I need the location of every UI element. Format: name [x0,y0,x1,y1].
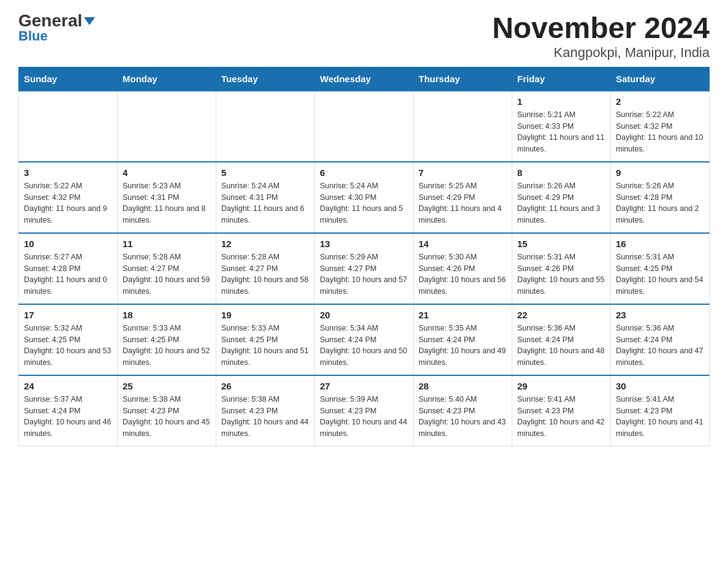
day-number: 9 [616,167,704,178]
calendar-cell [414,91,512,162]
day-info: Sunrise: 5:22 AM Sunset: 4:32 PM Dayligh… [616,109,704,155]
day-number: 21 [419,310,507,320]
calendar-cell [315,91,414,162]
day-info: Sunrise: 5:21 AM Sunset: 4:33 PM Dayligh… [517,109,605,155]
calendar-cell: 25Sunrise: 5:38 AM Sunset: 4:23 PM Dayli… [118,375,216,446]
calendar-week-3: 10Sunrise: 5:27 AM Sunset: 4:28 PM Dayli… [19,233,710,304]
calendar-title: November 2024 [492,12,710,45]
day-info: Sunrise: 5:33 AM Sunset: 4:25 PM Dayligh… [221,323,309,369]
calendar-cell: 21Sunrise: 5:35 AM Sunset: 4:24 PM Dayli… [414,304,512,375]
header-sunday: Sunday [19,67,118,91]
day-number: 28 [419,381,507,391]
day-number: 11 [123,239,211,249]
day-number: 2 [616,96,704,107]
day-number: 15 [517,239,605,249]
calendar-cell: 14Sunrise: 5:30 AM Sunset: 4:26 PM Dayli… [414,233,512,304]
logo-triangle-icon [84,17,95,25]
calendar-body: 1Sunrise: 5:21 AM Sunset: 4:33 PM Daylig… [19,91,710,446]
day-number: 10 [24,239,112,249]
calendar-cell [118,91,216,162]
header-wednesday: Wednesday [315,67,414,91]
day-info: Sunrise: 5:40 AM Sunset: 4:23 PM Dayligh… [419,394,507,440]
day-number: 25 [123,381,211,391]
calendar-cell: 11Sunrise: 5:28 AM Sunset: 4:27 PM Dayli… [118,233,216,304]
calendar-cell: 6Sunrise: 5:24 AM Sunset: 4:30 PM Daylig… [315,162,414,233]
day-info: Sunrise: 5:25 AM Sunset: 4:29 PM Dayligh… [419,180,507,226]
calendar-cell: 10Sunrise: 5:27 AM Sunset: 4:28 PM Dayli… [19,233,118,304]
calendar-cell: 3Sunrise: 5:22 AM Sunset: 4:32 PM Daylig… [19,162,118,233]
calendar-cell: 22Sunrise: 5:36 AM Sunset: 4:24 PM Dayli… [512,304,611,375]
day-number: 12 [221,239,309,249]
calendar-cell: 30Sunrise: 5:41 AM Sunset: 4:23 PM Dayli… [611,375,710,446]
calendar-cell: 7Sunrise: 5:25 AM Sunset: 4:29 PM Daylig… [414,162,512,233]
calendar-cell: 2Sunrise: 5:22 AM Sunset: 4:32 PM Daylig… [611,91,710,162]
day-info: Sunrise: 5:29 AM Sunset: 4:27 PM Dayligh… [320,251,408,297]
day-info: Sunrise: 5:36 AM Sunset: 4:24 PM Dayligh… [616,323,704,369]
day-info: Sunrise: 5:30 AM Sunset: 4:26 PM Dayligh… [419,251,507,297]
day-info: Sunrise: 5:33 AM Sunset: 4:25 PM Dayligh… [123,323,211,369]
calendar-cell: 17Sunrise: 5:32 AM Sunset: 4:25 PM Dayli… [19,304,118,375]
day-number: 16 [616,239,704,249]
header-thursday: Thursday [414,67,512,91]
header-friday: Friday [512,67,611,91]
day-number: 19 [221,310,309,320]
day-number: 22 [517,310,605,320]
calendar-cell: 8Sunrise: 5:26 AM Sunset: 4:29 PM Daylig… [512,162,611,233]
calendar-cell: 1Sunrise: 5:21 AM Sunset: 4:33 PM Daylig… [512,91,611,162]
calendar-cell: 28Sunrise: 5:40 AM Sunset: 4:23 PM Dayli… [414,375,512,446]
day-number: 6 [320,167,408,178]
calendar-cell: 5Sunrise: 5:24 AM Sunset: 4:31 PM Daylig… [216,162,315,233]
title-block: November 2024 Kangpokpi, Manipur, India [492,12,710,61]
day-info: Sunrise: 5:36 AM Sunset: 4:24 PM Dayligh… [517,323,605,369]
calendar-cell: 27Sunrise: 5:39 AM Sunset: 4:23 PM Dayli… [315,375,414,446]
day-info: Sunrise: 5:38 AM Sunset: 4:23 PM Dayligh… [221,394,309,440]
day-info: Sunrise: 5:28 AM Sunset: 4:27 PM Dayligh… [221,251,309,297]
day-info: Sunrise: 5:28 AM Sunset: 4:27 PM Dayligh… [123,251,211,297]
day-number: 1 [517,96,605,107]
calendar-cell: 16Sunrise: 5:31 AM Sunset: 4:25 PM Dayli… [611,233,710,304]
header-monday: Monday [118,67,216,91]
calendar-cell: 18Sunrise: 5:33 AM Sunset: 4:25 PM Dayli… [118,304,216,375]
calendar-cell: 19Sunrise: 5:33 AM Sunset: 4:25 PM Dayli… [216,304,315,375]
day-info: Sunrise: 5:39 AM Sunset: 4:23 PM Dayligh… [320,394,408,440]
calendar-header: SundayMondayTuesdayWednesdayThursdayFrid… [19,67,710,91]
page-header: General Blue November 2024 Kangpokpi, Ma… [18,12,710,61]
calendar-cell: 9Sunrise: 5:26 AM Sunset: 4:28 PM Daylig… [611,162,710,233]
day-info: Sunrise: 5:41 AM Sunset: 4:23 PM Dayligh… [517,394,605,440]
calendar-week-4: 17Sunrise: 5:32 AM Sunset: 4:25 PM Dayli… [19,304,710,375]
header-tuesday: Tuesday [216,67,315,91]
day-info: Sunrise: 5:34 AM Sunset: 4:24 PM Dayligh… [320,323,408,369]
day-info: Sunrise: 5:31 AM Sunset: 4:26 PM Dayligh… [517,251,605,297]
day-number: 26 [221,381,309,391]
day-info: Sunrise: 5:26 AM Sunset: 4:29 PM Dayligh… [517,180,605,226]
day-number: 27 [320,381,408,391]
day-number: 5 [221,167,309,178]
calendar-week-5: 24Sunrise: 5:37 AM Sunset: 4:24 PM Dayli… [19,375,710,446]
day-number: 7 [419,167,507,178]
logo: General Blue [18,12,95,44]
calendar-week-2: 3Sunrise: 5:22 AM Sunset: 4:32 PM Daylig… [19,162,710,233]
header-saturday: Saturday [611,67,710,91]
day-number: 20 [320,310,408,320]
calendar-cell: 23Sunrise: 5:36 AM Sunset: 4:24 PM Dayli… [611,304,710,375]
day-info: Sunrise: 5:37 AM Sunset: 4:24 PM Dayligh… [24,394,112,440]
calendar-cell: 15Sunrise: 5:31 AM Sunset: 4:26 PM Dayli… [512,233,611,304]
day-number: 14 [419,239,507,249]
day-info: Sunrise: 5:32 AM Sunset: 4:25 PM Dayligh… [24,323,112,369]
day-info: Sunrise: 5:41 AM Sunset: 4:23 PM Dayligh… [616,394,704,440]
day-info: Sunrise: 5:38 AM Sunset: 4:23 PM Dayligh… [123,394,211,440]
header-row: SundayMondayTuesdayWednesdayThursdayFrid… [19,67,710,91]
day-info: Sunrise: 5:31 AM Sunset: 4:25 PM Dayligh… [616,251,704,297]
day-number: 3 [24,167,112,178]
calendar-week-1: 1Sunrise: 5:21 AM Sunset: 4:33 PM Daylig… [19,91,710,162]
calendar-cell: 4Sunrise: 5:23 AM Sunset: 4:31 PM Daylig… [118,162,216,233]
day-number: 23 [616,310,704,320]
day-info: Sunrise: 5:26 AM Sunset: 4:28 PM Dayligh… [616,180,704,226]
day-info: Sunrise: 5:22 AM Sunset: 4:32 PM Dayligh… [24,180,112,226]
calendar-cell: 13Sunrise: 5:29 AM Sunset: 4:27 PM Dayli… [315,233,414,304]
calendar-cell: 24Sunrise: 5:37 AM Sunset: 4:24 PM Dayli… [19,375,118,446]
logo-general: General [18,12,95,29]
calendar-cell: 20Sunrise: 5:34 AM Sunset: 4:24 PM Dayli… [315,304,414,375]
day-info: Sunrise: 5:27 AM Sunset: 4:28 PM Dayligh… [24,251,112,297]
day-number: 29 [517,381,605,391]
